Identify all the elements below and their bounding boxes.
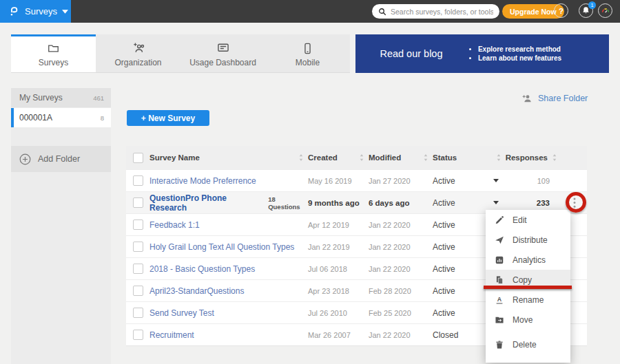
- menu-item-label: Analytics: [513, 255, 546, 265]
- menu-item-label: Move: [513, 315, 533, 325]
- menu-item-move[interactable]: Move: [486, 310, 570, 330]
- menu-item-distribute[interactable]: Distribute: [486, 230, 570, 250]
- sort-icon: [552, 154, 557, 161]
- status-text: Active: [433, 176, 493, 186]
- menu-item-analytics[interactable]: Analytics: [486, 250, 570, 270]
- modified-date: Jan 22 2020: [369, 221, 433, 229]
- row-checkbox[interactable]: [133, 330, 143, 340]
- tab-label: Surveys: [39, 58, 68, 67]
- caret-down-icon: [493, 179, 499, 182]
- annotation-underline-copy: [484, 286, 572, 289]
- row-checkbox[interactable]: [133, 220, 143, 230]
- column-header-responses[interactable]: Responses: [514, 153, 562, 162]
- menu-item-delete[interactable]: Delete: [486, 334, 570, 354]
- folder-icon: [47, 42, 60, 55]
- new-survey-button[interactable]: + New Survey: [127, 110, 209, 126]
- column-header-status[interactable]: Status: [433, 153, 493, 162]
- survey-name-link[interactable]: 2018 - Basic Question Types: [149, 264, 255, 274]
- mobile-icon: [301, 42, 314, 55]
- column-label: Modified: [369, 153, 401, 162]
- blog-bullet: Explore research method: [478, 45, 561, 53]
- created-date: Apr 12 2019: [308, 221, 369, 229]
- tab-label: Usage Dashboard: [189, 58, 256, 67]
- status-text: Active: [433, 264, 493, 274]
- column-label: Created: [308, 153, 338, 162]
- modified-date: Feb 25 2020: [369, 309, 433, 317]
- status-text: Closed: [433, 330, 493, 340]
- tab-organization[interactable]: Organization: [96, 34, 180, 72]
- menu-item-rename[interactable]: ARename: [486, 290, 570, 310]
- responses-count: 109: [514, 177, 562, 185]
- tab-usage-dashboard[interactable]: Usage Dashboard: [180, 34, 265, 72]
- paper-plane-icon: [495, 235, 504, 245]
- folder-label: My Surveys: [19, 93, 63, 103]
- sort-icon: [424, 154, 428, 161]
- usage-dashboard-icon: [216, 41, 230, 55]
- app-menu-surveys[interactable]: Surveys: [0, 0, 71, 23]
- survey-name-link[interactable]: Recruitment: [149, 330, 194, 340]
- sidebar-item-my-surveys[interactable]: My Surveys461: [11, 88, 111, 107]
- created-date: Apr 23 2018: [308, 287, 369, 295]
- plus-circle-icon: [19, 153, 32, 166]
- row-checkbox[interactable]: [133, 242, 143, 252]
- created-date: Jan 22 2019: [308, 243, 369, 251]
- status-text: Active: [433, 198, 493, 208]
- rename-icon: A: [495, 295, 504, 305]
- modified-date: Jan 22 2020: [369, 331, 433, 339]
- column-header-spacer: [126, 153, 149, 163]
- survey-name-link[interactable]: QuestionPro Phone Research: [149, 193, 262, 213]
- select-all-checkbox[interactable]: [133, 153, 143, 163]
- tab-label: Organization: [114, 58, 161, 67]
- nav-tabs: SurveysOrganizationUsage DashboardMobile: [11, 34, 350, 73]
- row-checkbox[interactable]: [133, 264, 143, 274]
- help-label: ?: [559, 7, 564, 15]
- pencil-icon: [495, 215, 504, 225]
- usage-meter-button[interactable]: [598, 3, 612, 18]
- menu-item-label: Rename: [513, 295, 544, 305]
- status-text: Active: [433, 220, 493, 230]
- menu-item-label: Copy: [513, 275, 532, 285]
- table-row: Interactive Mode PreferrenceMay 16 2019J…: [126, 169, 587, 191]
- modified-date: Feb 28 2020: [369, 287, 433, 295]
- status-text: Active: [433, 308, 493, 318]
- status-dropdown[interactable]: [493, 179, 514, 182]
- tab-surveys[interactable]: Surveys: [11, 34, 96, 72]
- sort-icon: [360, 154, 364, 161]
- column-header-survey-name[interactable]: Survey Name: [149, 153, 308, 162]
- tab-mobile[interactable]: Mobile: [265, 34, 350, 72]
- created-date: 9 months ago: [308, 199, 369, 207]
- person-add-icon: [521, 93, 533, 104]
- survey-name-link[interactable]: Holy Grail Long Text All Question Types: [149, 242, 294, 252]
- notifications-button[interactable]: 1: [579, 3, 593, 18]
- survey-name-link[interactable]: Send Survey Test: [149, 308, 214, 318]
- trash-icon: [495, 340, 504, 350]
- folder-move-icon: [495, 315, 504, 325]
- folder-count: 8: [101, 114, 104, 122]
- modified-date: Jan 22 2020: [369, 243, 433, 251]
- row-checkbox[interactable]: [133, 175, 143, 186]
- survey-name-link[interactable]: April23-StandarQuestions: [149, 286, 244, 296]
- menu-item-edit[interactable]: Edit: [486, 210, 570, 230]
- add-folder-button[interactable]: Add Folder: [11, 146, 111, 172]
- survey-name-link[interactable]: Feedback 1:1: [149, 220, 200, 230]
- blog-banner[interactable]: Read our blog Explore research methodLea…: [355, 34, 609, 73]
- survey-name-link[interactable]: Interactive Mode Preferrence: [149, 176, 256, 186]
- table-header: Survey NameCreatedModifiedStatusResponse…: [126, 146, 587, 169]
- tab-label: Mobile: [296, 58, 320, 67]
- created-date: Jul 26 2010: [308, 309, 369, 317]
- row-checkbox[interactable]: [133, 197, 143, 208]
- share-folder-button[interactable]: Share Folder: [521, 93, 588, 104]
- row-checkbox[interactable]: [133, 308, 143, 318]
- search-box[interactable]: [372, 4, 499, 19]
- modified-date: Jan 22 2020: [369, 265, 433, 273]
- gauge-icon: [601, 6, 610, 16]
- add-folder-label: Add Folder: [38, 154, 80, 164]
- search-input[interactable]: [391, 8, 493, 16]
- folder-count: 461: [93, 94, 104, 102]
- help-button[interactable]: ?: [554, 3, 568, 18]
- row-checkbox[interactable]: [133, 286, 143, 296]
- menu-item-label: Distribute: [513, 235, 548, 245]
- status-dropdown[interactable]: [493, 201, 514, 204]
- sidebar-item-000001a[interactable]: 000001A8: [11, 108, 111, 127]
- blog-banner-bullets: Explore research methodLearn about new f…: [467, 43, 561, 64]
